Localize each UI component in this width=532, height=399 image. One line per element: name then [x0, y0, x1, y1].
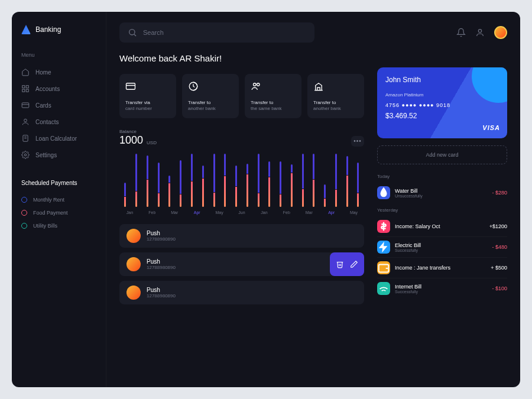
menu-label: Loan Calculator	[35, 135, 77, 142]
avatar[interactable]	[494, 26, 507, 39]
transaction-name: Water Bill	[395, 188, 423, 194]
add-card-button[interactable]: Add new card	[377, 145, 507, 164]
sidebar-item-contacts[interactable]: Contacts	[21, 113, 96, 130]
contact-row[interactable]: Push12788980890	[119, 252, 364, 276]
sidebar-item-accounts[interactable]: Accounts	[21, 80, 96, 97]
chart-bar	[242, 154, 252, 207]
chart-bar	[276, 154, 286, 207]
chart-bar	[332, 154, 341, 207]
contact-name: Push	[147, 230, 176, 236]
action-icon	[188, 81, 199, 92]
menu-icon	[21, 118, 30, 126]
menu-label: Settings	[35, 152, 57, 158]
credit-card[interactable]: John Smith Amazon Platinium 4756 ●●●● ●●…	[377, 67, 507, 138]
svg-point-6	[24, 119, 27, 122]
month-label: Jun	[232, 210, 252, 215]
transaction-icon	[377, 282, 390, 295]
contact-row[interactable]: Push12788980890	[119, 224, 364, 248]
contact-row[interactable]: Push12788980890	[119, 281, 364, 304]
logo-icon	[21, 25, 31, 34]
chart-bar	[121, 154, 130, 207]
card-brand: VISA	[482, 124, 500, 131]
card-plan: Amazon Platinium	[385, 92, 499, 98]
transaction-icon	[377, 220, 390, 233]
action-icon	[313, 81, 324, 92]
transaction-amount: - $280	[492, 190, 507, 196]
transaction-name: Income: Salary Oct	[395, 223, 440, 229]
action-line2: the same bank	[251, 106, 296, 112]
transaction-row[interactable]: Internet BillSuccessfully- $100	[377, 278, 507, 299]
sidebar: Banking Menu HomeAccountsCardsContactsLo…	[12, 12, 106, 387]
action-card[interactable]: Transfer tothe same bank	[245, 74, 301, 118]
app-name: Banking	[35, 25, 61, 34]
chart-bar	[232, 154, 241, 207]
action-card[interactable]: Transfer viacard number	[119, 74, 176, 118]
transaction-row[interactable]: Income: Salary Oct+$1200	[377, 216, 507, 237]
svg-rect-3	[26, 89, 28, 92]
circle-icon	[21, 210, 27, 216]
month-label: Apr	[321, 210, 342, 215]
chart-bar	[254, 154, 263, 207]
scheduled-item[interactable]: Food Payment	[21, 206, 96, 219]
month-label: Mar	[299, 210, 319, 215]
transaction-row[interactable]: Water BillUnsuccessfully- $280	[377, 183, 507, 203]
month-label: Feb	[142, 210, 163, 215]
sidebar-item-cards[interactable]: Cards	[21, 97, 96, 113]
menu-icon	[21, 134, 30, 142]
month-label: Mar	[164, 210, 185, 215]
transaction-row[interactable]: Income : Jane transfers+ $500	[377, 258, 507, 278]
scheduled-item[interactable]: Utility Bills	[21, 219, 96, 232]
svg-point-18	[257, 83, 260, 86]
svg-point-11	[129, 30, 135, 35]
yesterday-label: Yesterday	[377, 207, 507, 213]
chart-bar	[187, 154, 197, 207]
sidebar-item-loan-calculator[interactable]: Loan Calculator	[21, 130, 96, 147]
chart-bar	[265, 154, 274, 207]
logo[interactable]: Banking	[21, 25, 96, 34]
menu-label: Accounts	[35, 86, 60, 92]
transaction-amount: + $500	[491, 265, 507, 271]
topbar: Search	[119, 22, 507, 43]
circle-icon	[21, 223, 27, 229]
trash-icon[interactable]	[336, 260, 344, 268]
sidebar-item-home[interactable]: Home	[21, 64, 96, 80]
search-input[interactable]: Search	[119, 22, 314, 43]
menu-label: Cards	[35, 102, 51, 109]
scheduled-item[interactable]: Monthly Rent	[21, 193, 96, 206]
menu-icon	[21, 101, 30, 109]
menu-heading: Menu	[21, 52, 96, 58]
right-panel: John Smith Amazon Platinium 4756 ●●●● ●●…	[377, 53, 507, 304]
month-label: May	[209, 210, 230, 215]
card-holder: John Smith	[385, 76, 499, 84]
transaction-name: Income : Jane transfers	[395, 265, 450, 271]
balance-value: 1000	[119, 134, 143, 146]
transaction-status: Successfully	[395, 290, 421, 294]
sidebar-item-settings[interactable]: Settings	[21, 147, 96, 163]
svg-rect-2	[22, 89, 25, 92]
action-card[interactable]: Transfer toanother bank	[307, 74, 364, 118]
month-label: Feb	[276, 210, 297, 215]
svg-rect-1	[26, 86, 28, 88]
bell-icon[interactable]	[456, 28, 466, 37]
balance-label: Balance	[119, 129, 143, 134]
action-cards-row: Transfer viacard numberTransfer toanothe…	[119, 74, 364, 118]
edit-icon[interactable]	[350, 260, 358, 268]
chart-months: JanFebMarAprMayJunJanFebMarAprMay	[119, 210, 364, 215]
action-line1: Transfer to	[188, 100, 233, 106]
month-label: May	[343, 210, 364, 215]
transaction-status: Successfully	[395, 248, 421, 252]
chart-bar	[198, 154, 207, 207]
contact-list: Push12788980890Push12788980890Push127889…	[119, 224, 364, 304]
chart-bar	[353, 154, 363, 207]
user-icon[interactable]	[475, 28, 485, 37]
month-label: Jan	[119, 210, 140, 215]
transaction-amount: +$1200	[489, 223, 507, 229]
action-card[interactable]: Transfer toanother bank	[182, 74, 239, 118]
scheduled-label: Monthly Rent	[33, 197, 64, 203]
contact-name: Push	[147, 287, 176, 293]
transaction-row[interactable]: Electric BillSuccessfully- $480	[377, 237, 507, 258]
search-placeholder: Search	[143, 29, 164, 36]
svg-line-12	[134, 34, 136, 36]
main: Search Welcome back AR Shakir! Transfer …	[106, 12, 520, 387]
more-button[interactable]: •••	[351, 136, 364, 147]
